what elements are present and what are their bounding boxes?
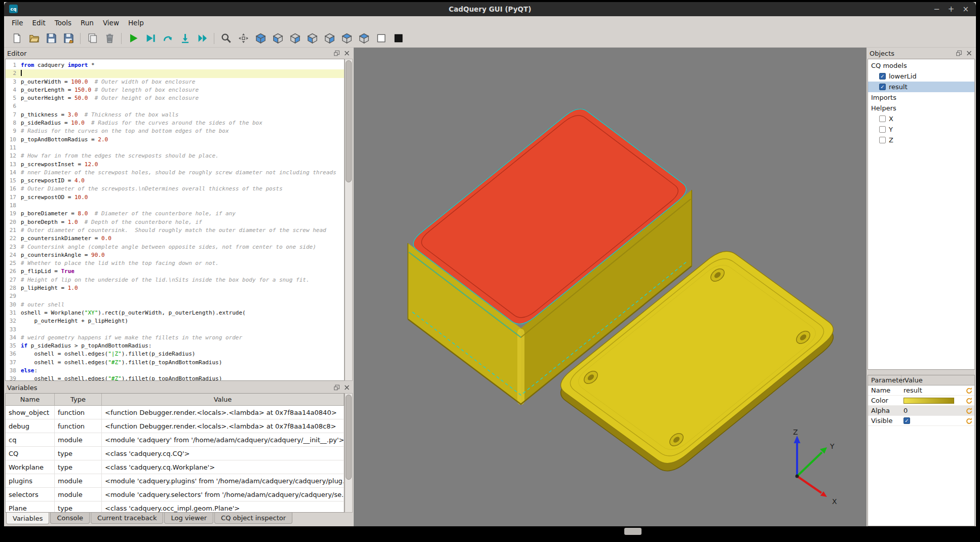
undock-icon[interactable] [333, 384, 341, 391]
code-line[interactable]: 20p_boreDepth = 1.0 # Depth of the count… [6, 218, 344, 226]
menu-file[interactable]: File [7, 17, 28, 28]
tab-current-traceback[interactable]: Current traceback [91, 513, 163, 524]
code-line[interactable]: 29 [6, 292, 344, 300]
checked-checkbox[interactable]: ✓ [903, 417, 910, 424]
bottom-scrollbar-thumb[interactable] [624, 528, 642, 535]
code-line[interactable]: 6 [6, 102, 344, 110]
open-file-button[interactable] [26, 31, 42, 46]
code-line[interactable]: 31oshell = Workplane("XY").rect(p_outerW… [6, 309, 344, 317]
clipboard-button[interactable] [85, 31, 100, 46]
continue-button[interactable] [195, 31, 210, 46]
new-file-button[interactable] [9, 31, 24, 46]
code-line[interactable]: 17p_screwpostOD = 10.0 [6, 193, 344, 202]
code-line[interactable]: 12# How far in from the edges the screwp… [6, 152, 344, 160]
step-into-button[interactable] [177, 31, 193, 46]
param-value[interactable]: ✓ [901, 417, 965, 424]
variables-scrollbar-thumb[interactable] [346, 395, 352, 480]
reset-icon[interactable] [965, 386, 973, 394]
tab-console[interactable]: Console [50, 513, 90, 524]
table-row[interactable]: Workplanetype<class 'cadquery.cq.Workpla… [6, 460, 344, 474]
save-as-button[interactable] [61, 31, 76, 46]
code-line[interactable]: 36 oshell = oshell.edges("|Z").fillet(p_… [6, 350, 344, 358]
step-over-button[interactable] [160, 31, 175, 46]
shaded-button[interactable] [391, 31, 406, 46]
table-row[interactable]: Planetype<class 'cadquery.occ_impl.geom.… [6, 501, 344, 513]
code-area[interactable]: 1from cadquery import *23p_outerWidth = … [5, 59, 345, 381]
view-bottom-button[interactable] [356, 31, 371, 46]
table-row[interactable]: debugfunction<function Debugger.render.<… [6, 419, 344, 433]
code-line[interactable]: 34# weird geometry happens if we make th… [6, 334, 344, 342]
code-line[interactable]: 38else: [6, 367, 344, 375]
code-line[interactable]: 5p_outerHeight = 50.0 # Outer height of … [6, 94, 344, 102]
code-line[interactable]: 26p_flipLid = True [6, 267, 344, 276]
code-line[interactable]: 25# Whether to place the lid with the to… [6, 259, 344, 267]
code-line[interactable]: 35if p_sideRadius > p_topAndBottomRadius… [6, 342, 344, 350]
code-line[interactable]: 37 oshell = oshell.edges("#Z").fillet(p_… [6, 359, 344, 367]
table-row[interactable]: selectorsmodule<module 'cadquery.selecto… [6, 488, 344, 501]
code-line[interactable]: 21# Outer diameter of countersink. Shoul… [6, 226, 344, 235]
code-line[interactable]: 30# outer shell [6, 301, 344, 309]
code-line[interactable]: 2 [6, 69, 344, 78]
menu-tools[interactable]: Tools [50, 17, 76, 28]
code-line[interactable]: 39 oshell = oshell.edges("#Z").fillet(p_… [6, 375, 344, 381]
code-line[interactable]: 28p_lipHeight = 1.0 [6, 284, 344, 292]
tree-item-x[interactable]: X [868, 113, 974, 124]
maximize-button[interactable]: + [948, 5, 955, 14]
code-line[interactable]: 9# Radius for the curves on the top and … [6, 127, 344, 135]
reset-icon[interactable] [965, 417, 973, 424]
tab-cq-object-inspector[interactable]: CQ object inspector [214, 513, 292, 524]
code-line[interactable]: 8p_sideRadius = 10.0 # Radius for the cu… [6, 119, 344, 127]
code-line[interactable]: 24p_countersinkAngle = 90.0 [6, 251, 344, 259]
code-line[interactable]: 16# Outer Diameter of the screwposts.\nD… [6, 185, 344, 193]
view-top-button[interactable] [339, 31, 354, 46]
tab-variables[interactable]: Variables [6, 513, 49, 524]
unchecked-checkbox[interactable] [879, 115, 886, 122]
code-line[interactable]: 19p_boreDiameter = 8.0 # Diameter of the… [6, 210, 344, 218]
tree-item-cq-models[interactable]: CQ models [868, 60, 974, 71]
tab-log-viewer[interactable]: Log viewer [164, 513, 213, 524]
menu-view[interactable]: View [98, 17, 124, 28]
checked-checkbox[interactable]: ✓ [879, 84, 886, 90]
code-line[interactable]: 4p_outerLength = 150.0 # Outer length of… [6, 86, 344, 94]
close-button[interactable]: × [962, 5, 969, 14]
close-panel-icon[interactable] [343, 50, 351, 57]
menu-edit[interactable]: Edit [28, 17, 50, 28]
tree-item-y[interactable]: Y [868, 124, 974, 135]
table-row[interactable]: CQtype<class 'cadquery.cq.CQ'> [6, 447, 344, 460]
undock-icon[interactable] [955, 50, 963, 57]
run-button[interactable] [126, 31, 141, 46]
3d-viewport[interactable]: Z Y X [354, 48, 866, 526]
trash-button[interactable] [102, 31, 117, 46]
view-right-button[interactable] [322, 31, 337, 46]
reset-icon[interactable] [965, 407, 973, 414]
table-row[interactable]: pluginsmodule<module 'cadquery.plugins' … [6, 474, 344, 488]
editor-scrollbar-thumb[interactable] [346, 60, 352, 182]
code-line[interactable]: 10p_topAndBottomRadius = 2.0 [6, 136, 344, 144]
unchecked-checkbox[interactable] [879, 137, 886, 143]
param-value[interactable] [901, 398, 965, 404]
tree-item-z[interactable]: Z [868, 135, 974, 145]
code-line[interactable]: 14# nner Diameter of the screwpost holes… [6, 169, 344, 177]
code-line[interactable]: 1from cadquery import * [6, 61, 344, 69]
checked-checkbox[interactable]: ✓ [879, 73, 886, 80]
debug-button[interactable] [143, 31, 158, 46]
menu-run[interactable]: Run [76, 17, 98, 28]
code-line[interactable]: 3p_outerWidth = 100.0 # Outer width of b… [6, 78, 344, 86]
undock-icon[interactable] [333, 50, 341, 57]
view-front-button[interactable] [270, 31, 285, 46]
zoom-button[interactable] [218, 31, 234, 46]
view-back-button[interactable] [287, 31, 303, 46]
code-line[interactable]: 27# Height of lip on the underside of th… [6, 276, 344, 284]
menu-help[interactable]: Help [124, 17, 148, 28]
table-row[interactable]: cqmodule<module 'cadquery' from '/home/a… [6, 433, 344, 447]
close-panel-icon[interactable] [965, 50, 973, 57]
unchecked-checkbox[interactable] [879, 126, 886, 133]
tree-item-lowerlid[interactable]: ✓lowerLid [868, 71, 974, 82]
variables-scrollbar[interactable] [345, 393, 353, 513]
reset-icon[interactable] [965, 397, 973, 404]
close-panel-icon[interactable] [343, 384, 351, 391]
tree-item-helpers[interactable]: Helpers [868, 103, 974, 113]
tree-item-result[interactable]: ✓result [868, 82, 974, 92]
code-line[interactable]: 22p_countersinkDiameter = 0.0 [6, 235, 344, 243]
code-line[interactable]: 13p_screwpostInset = 12.0 [6, 161, 344, 169]
